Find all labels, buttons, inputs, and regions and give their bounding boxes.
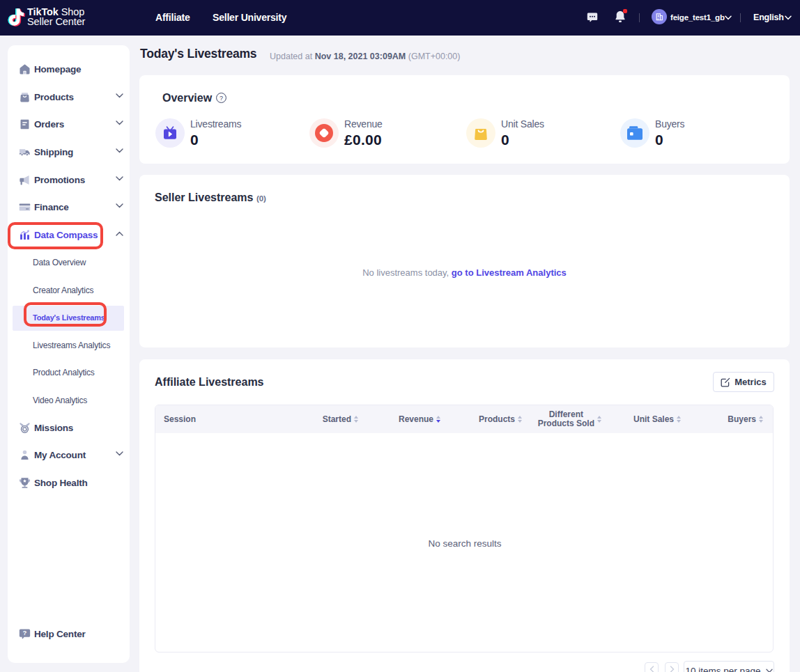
svg-text:?: ?: [23, 630, 27, 636]
svg-text:?: ?: [220, 95, 223, 102]
